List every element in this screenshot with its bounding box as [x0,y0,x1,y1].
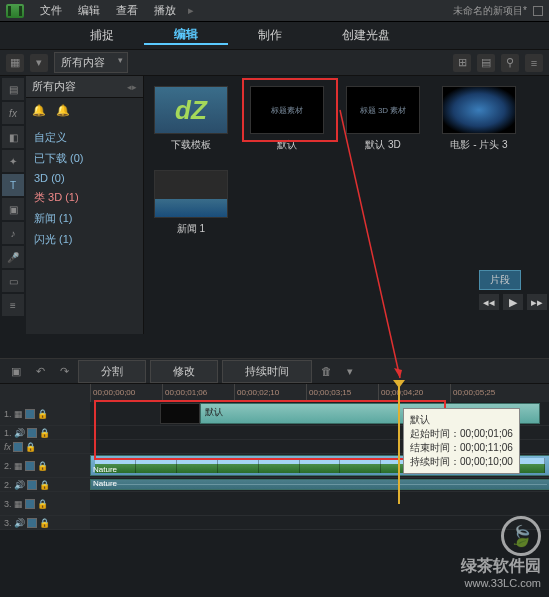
tl-redo-icon[interactable]: ↷ [54,362,74,380]
speaker-icon: 🔊 [14,518,25,528]
menu-more-icon[interactable]: ▸ [188,4,194,17]
track-audible-checkbox[interactable] [27,480,37,490]
next-frame-button[interactable]: ▸▸ [527,294,547,310]
thumb-movie-intro-3[interactable]: 电影 - 片头 3 [442,86,516,152]
track-1-header[interactable]: 1.▦ 🔒 [0,402,90,425]
thumb-download-template[interactable]: dZ 下载模板 [154,86,228,152]
chapter-room-icon[interactable]: ▭ [2,270,24,292]
content-filter-dropdown[interactable]: 所有内容 [54,52,128,73]
view-icon[interactable]: ▤ [477,54,495,72]
menu-play[interactable]: 播放 [146,3,184,18]
trash-icon[interactable]: 🗑 [316,362,336,380]
film-icon: ▦ [14,461,23,471]
clip-black[interactable] [160,403,200,424]
track-2-audio-header[interactable]: 2.🔊 🔒 [0,478,90,491]
collapse-icon[interactable]: ◂▸ [127,82,137,92]
tab-capture[interactable]: 捕捉 [60,27,144,44]
thumb-news-1[interactable]: 新闻 1 [154,170,228,236]
tab-edit[interactable]: 编辑 [144,26,228,45]
category-icons: 🔔 🔔 [26,98,143,123]
track-visible-checkbox[interactable] [25,461,35,471]
playhead[interactable] [398,384,400,504]
room-icon[interactable]: ▦ [6,54,24,72]
thumb-default-3d[interactable]: 标题 3D 素材 默认 3D [346,86,420,152]
cat-news[interactable]: 新闻 (1) [30,208,139,229]
menu-bar: 文件 编辑 查看 播放 ▸ 未命名的新项目* [0,0,549,22]
app-logo-icon [6,4,24,18]
track-2-header[interactable]: 2.▦ 🔒 [0,454,90,477]
split-button[interactable]: 分割 [78,360,146,383]
subtitle-room-icon[interactable]: ≡ [2,294,24,316]
tab-disc[interactable]: 创建光盘 [312,27,420,44]
film-icon: ▦ [14,499,23,509]
duration-button[interactable]: 持续时间 [222,360,312,383]
pip-room-icon[interactable]: ◧ [2,126,24,148]
cat-custom[interactable]: 自定义 [30,127,139,148]
lock-icon[interactable]: 🔒 [39,480,50,490]
audio-room-icon[interactable]: ♪ [2,222,24,244]
workspace: ▤ fx ◧ ✦ T ▣ ♪ 🎤 ▭ ≡ 所有内容 ◂▸ 🔔 🔔 自定义 已下载… [0,76,549,334]
preview-panel: 片段 ◂◂ ▶ ▸▸ [479,270,549,310]
menu-view[interactable]: 查看 [108,3,146,18]
menu-file[interactable]: 文件 [32,3,70,18]
track-fx-checkbox[interactable] [13,442,23,452]
clip-nature-audio[interactable]: Nature [90,479,549,490]
cat-flash[interactable]: 闪光 (1) [30,229,139,250]
track-visible-checkbox[interactable] [25,499,35,509]
lock-icon[interactable]: 🔒 [37,409,48,419]
cat-like-3d[interactable]: 类 3D (1) [30,187,139,208]
room-toolbar: ▤ fx ◧ ✦ T ▣ ♪ 🎤 ▭ ≡ [0,76,26,334]
cat-downloaded[interactable]: 已下载 (0) [30,148,139,169]
track-2-audio: 2.🔊 🔒 Nature [0,478,549,492]
cat-3d[interactable]: 3D (0) [30,169,139,187]
thumb-default[interactable]: 标题素材 默认 [250,86,324,152]
lock-icon[interactable]: 🔒 [39,428,50,438]
title-room-icon[interactable]: T [2,174,24,196]
modify-button[interactable]: 修改 [150,360,218,383]
timeline-ruler[interactable]: 00;00;00;00 00;00;01;06 00;00;02;10 00;0… [0,384,549,402]
lock-icon[interactable]: 🔒 [39,518,50,528]
category-list: 自定义 已下载 (0) 3D (0) 类 3D (1) 新闻 (1) 闪光 (1… [26,123,143,254]
preview-tab-clip[interactable]: 片段 [479,270,521,290]
track-1-audio-header[interactable]: 1.🔊 🔒 [0,426,90,439]
speaker-icon: 🔊 [14,480,25,490]
watermark-logo-icon: 🍃 [501,516,541,556]
tab-produce[interactable]: 制作 [228,27,312,44]
prev-frame-button[interactable]: ◂◂ [479,294,499,310]
transition-room-icon[interactable]: ▣ [2,198,24,220]
voice-room-icon[interactable]: 🎤 [2,246,24,268]
tl-undo-icon[interactable]: ↶ [30,362,50,380]
clip-tooltip: 默认 起始时间：00;00;01;06 结束时间：00;00;11;06 持续时… [403,408,520,474]
track-3-header[interactable]: 3.▦ 🔒 [0,492,90,515]
mode-tabs: 捕捉 编辑 制作 创建光盘 [0,22,549,50]
lock-icon[interactable]: 🔒 [25,442,36,452]
category-header[interactable]: 所有内容 ◂▸ [26,76,143,98]
fx-room-icon[interactable]: fx [2,102,24,124]
track-3-video: 3.▦ 🔒 [0,492,549,516]
more-icon[interactable]: ▾ [340,362,360,380]
menu-icon[interactable]: ≡ [525,54,543,72]
track-audible-checkbox[interactable] [27,428,37,438]
speaker-icon: 🔊 [14,428,25,438]
track-audible-checkbox[interactable] [27,518,37,528]
track-3-audio-header[interactable]: 3.🔊 🔒 [0,516,90,529]
window-box-icon[interactable] [533,6,543,16]
lock-icon[interactable]: 🔒 [37,499,48,509]
category-header-label: 所有内容 [32,79,76,94]
film-icon: ▦ [14,409,23,419]
search-icon[interactable]: ⚲ [501,54,519,72]
category-panel: 所有内容 ◂▸ 🔔 🔔 自定义 已下载 (0) 3D (0) 类 3D (1) … [26,76,144,334]
bell-new-icon[interactable]: 🔔 [56,104,70,117]
bell-icon[interactable]: 🔔 [32,104,46,117]
media-room-icon[interactable]: ▤ [2,78,24,100]
import-icon[interactable]: ⊞ [453,54,471,72]
particle-room-icon[interactable]: ✦ [2,150,24,172]
menu-edit[interactable]: 编辑 [70,3,108,18]
chevron-icon[interactable]: ▾ [30,54,48,72]
lock-icon[interactable]: 🔒 [37,461,48,471]
track-visible-checkbox[interactable] [25,409,35,419]
play-button[interactable]: ▶ [503,294,523,310]
project-title: 未命名的新项目* [453,4,527,18]
tl-icon-1[interactable]: ▣ [6,362,26,380]
track-fx-header[interactable]: fx 🔒 [0,440,90,453]
